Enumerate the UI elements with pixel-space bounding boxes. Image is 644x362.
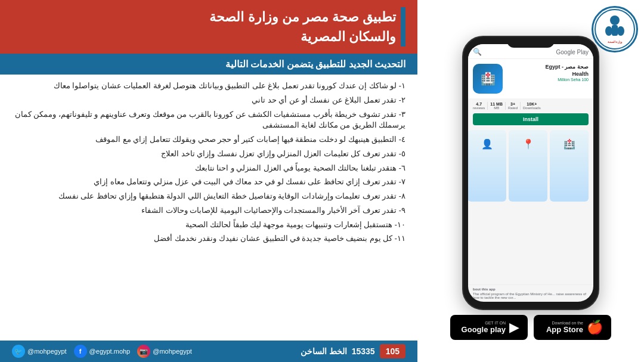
subtitle-banner: التحديث الجديد للتطبيق يتضمن الخدمات الت…: [0, 54, 417, 75]
screenshot-icon-2: 📍: [522, 138, 534, 150]
install-button[interactable]: Install: [473, 113, 589, 125]
app-stats: 4.7 reviews 11 MB MB 3+ Rated 10K+ Downl…: [468, 101, 593, 111]
search-icon[interactable]: 🔍: [473, 48, 482, 56]
title-line1: تطبيق صحة مصر من وزارة الصحة: [209, 7, 396, 27]
instagram-icon: 📷: [137, 345, 150, 358]
app-icon: 🏥: [473, 64, 503, 94]
facebook-icon: f: [74, 345, 87, 358]
subtitle-text: التحديث الجديد للتطبيق يتضمن الخدمات الت…: [225, 59, 405, 69]
download-buttons: 🍎 Download on the App Store ▶ GET IT ON …: [438, 315, 623, 340]
left-panel: وزارة الصحة Google Play 🔍 🏥: [417, 0, 644, 362]
about-text: bout this app The official program of th…: [468, 284, 593, 302]
logo-svg: وزارة الصحة: [594, 8, 636, 50]
list-item-4: ٤- التطبيق هينبهك لو دخلت منطقة فيها إصا…: [12, 134, 405, 146]
app-name-english: Health: [506, 71, 589, 78]
facebook-handle: @egypt.mohp: [89, 348, 131, 355]
list-item-10: ١٠- هتستقبل إشعارات وتنبيهات يومية موجهة…: [12, 219, 405, 231]
list-item-8: ٨- تقدر تعرف تعليمات وإرشادات الوقاية وت…: [12, 191, 405, 202]
facebook-item: f @egypt.mohp: [74, 345, 131, 358]
list-item-7: ٧- تقدر تعرف إزاي تحافظ على نفسك لو في ح…: [12, 177, 405, 188]
twitter-handle: @mohpegypt: [27, 348, 67, 355]
list-item-11: ١١- كل يوم بنضيف خاصية جديدة في التطبيق …: [12, 233, 405, 245]
title-line2: والسكان المصرية: [209, 27, 396, 47]
downloads-value: 10K+: [523, 102, 541, 106]
hotline-short-number: 105: [380, 344, 405, 358]
twitter-item: 🐦 @mohpegypt: [12, 345, 67, 358]
screenshot-2: 📍: [509, 130, 547, 202]
downloads-label: Downloads: [523, 106, 541, 110]
appstore-large: App Store: [546, 325, 583, 334]
screenshots-area: 🏥 📍 👤: [468, 128, 593, 284]
title-accent: [401, 7, 405, 47]
svg-point-3: [617, 26, 624, 36]
svg-rect-4: [612, 25, 618, 36]
size-label: MB: [490, 106, 503, 110]
list-item-2: ٢- تقدر تعمل البلاغ عن نفسك أو عن أي حد …: [12, 95, 405, 106]
svg-text:وزارة الصحة: وزارة الصحة: [608, 40, 623, 44]
main-container: وزارة الصحة Google Play 🔍 🏥: [0, 0, 644, 362]
googleplay-small: GET IT ON: [462, 321, 506, 325]
content-area: ١- لو شاكك إن عندك كورونا تقدر تعمل بلاغ…: [0, 75, 417, 341]
appstore-text: Download on the App Store: [546, 321, 583, 334]
age-label: Rated: [508, 106, 518, 110]
list-item-1: ١- لو شاكك إن عندك كورونا تقدر تعمل بلاغ…: [12, 81, 405, 92]
age-stat: 3+ Rated: [508, 102, 521, 110]
phone-screen: Google Play 🔍 🏥 صحة مصر - Egypt Health 1…: [468, 44, 593, 302]
right-panel: تطبيق صحة مصر من وزارة الصحة والسكان الم…: [0, 0, 417, 362]
list-item-5: ٥- تقدر تعرف كل تعليمات العزل المنزلي وإ…: [12, 148, 405, 160]
screenshot-icon-3: 👤: [481, 138, 493, 150]
appstore-button[interactable]: 🍎 Download on the App Store: [534, 315, 611, 340]
app-icon-symbol: 🏥: [481, 72, 496, 86]
ministry-logo: وزارة الصحة: [590, 6, 638, 54]
age-value: 3+: [508, 102, 518, 106]
social-section: 🐦 @mohpegypt f @egypt.mohp 📷 @mohpegypt: [12, 345, 192, 358]
size-value: 11 MB: [490, 102, 503, 106]
googleplay-large: Google play: [462, 325, 506, 334]
title-content: تطبيق صحة مصر من وزارة الصحة والسكان الم…: [209, 7, 396, 47]
googleplay-icon: ▶: [509, 320, 519, 335]
downloads-stat: 10K+ Downloads: [523, 102, 543, 110]
googleplay-text: GET IT ON Google play: [462, 321, 506, 334]
app-details: صحة مصر - Egypt Health 100 Million Seha: [506, 64, 589, 82]
about-content: The official program of the Egyptian Min…: [473, 292, 589, 299]
rating-value: 4.7: [473, 102, 485, 106]
app-name-arabic: صحة مصر - Egypt: [506, 64, 589, 71]
svg-point-2: [605, 26, 612, 36]
rating-label: reviews: [473, 106, 485, 110]
instagram-item: 📷 @mohpegypt: [137, 345, 192, 358]
googleplay-button[interactable]: ▶ GET IT ON Google play: [450, 315, 528, 340]
play-store-title: Google Play: [556, 49, 589, 55]
screenshot-1: 🏥: [550, 130, 589, 202]
list-item-6: ٦- هتقدر تبلغنا بحالتك الصحية يومياً في …: [12, 163, 405, 174]
screenshot-icon-1: 🏥: [564, 138, 575, 150]
instagram-handle: @mohpegypt: [153, 348, 192, 355]
size-stat: 11 MB MB: [490, 102, 506, 110]
hotline-label: الخط الساخن: [301, 346, 347, 356]
title-banner: تطبيق صحة مصر من وزارة الصحة والسكان الم…: [0, 0, 417, 54]
list-item-9: ٩- تقدر تعرف آخر الأخبار والمستجدات والإ…: [12, 205, 405, 216]
about-label: bout this app: [473, 287, 589, 291]
rating-stat: 4.7 reviews: [473, 102, 488, 110]
bottom-bar: 🐦 @mohpegypt f @egypt.mohp 📷 @mohpegypt …: [0, 341, 417, 362]
apple-icon: 🍎: [587, 320, 603, 335]
twitter-icon: 🐦: [12, 345, 25, 358]
screenshot-3: 👤: [468, 130, 506, 202]
list-item-3: ٣- تقدر تشوف خريطة بأقرب مستشفيات الكشف …: [12, 109, 405, 132]
hotline-number: 15335: [352, 346, 375, 356]
appstore-small: Download on the: [546, 321, 583, 325]
title-row: تطبيق صحة مصر من وزارة الصحة والسكان الم…: [12, 7, 405, 47]
app-info-section: 🏥 صحة مصر - Egypt Health 100 Million Seh…: [468, 59, 593, 98]
phone-mockup: Google Play 🔍 🏥 صحة مصر - Egypt Health 1…: [462, 36, 599, 310]
app-publisher: 100 Million Seha: [506, 78, 589, 82]
phone-notch: [507, 37, 555, 48]
svg-point-1: [610, 16, 620, 25]
hotline-section: 105 15335 الخط الساخن: [301, 344, 405, 358]
